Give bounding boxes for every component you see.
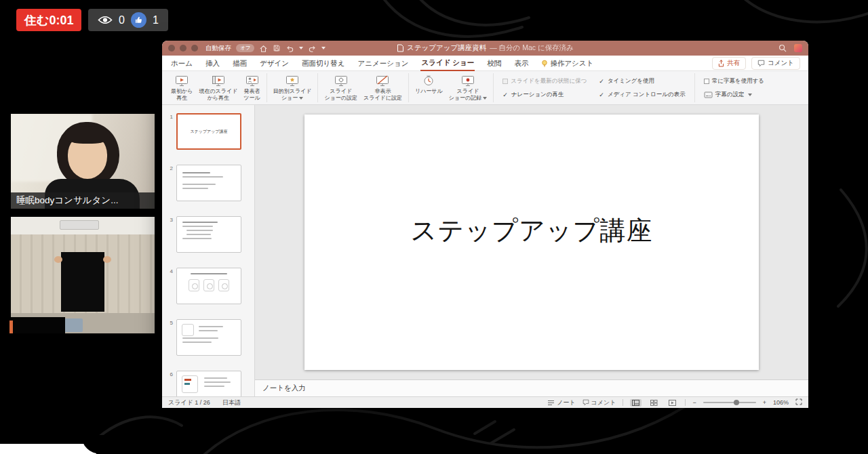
slide-thumbnail-2[interactable] xyxy=(176,165,241,201)
custom-show-button[interactable]: 目的別スライド ショー xyxy=(273,73,312,101)
autosave-label: 自動保存 xyxy=(205,44,231,53)
comments-button[interactable]: コメント xyxy=(751,57,800,70)
close-button[interactable] xyxy=(168,45,175,51)
tab-insert[interactable]: 挿入 xyxy=(205,56,220,70)
slide-thumbnail-5[interactable] xyxy=(176,319,241,356)
presenter-fringe-shape xyxy=(65,126,110,144)
presenter-tools-button[interactable]: 発表者 ツール xyxy=(243,73,260,101)
tab-review[interactable]: 校閲 xyxy=(486,56,502,70)
custom-show-caret-icon xyxy=(299,97,303,100)
left-hand xyxy=(54,256,62,263)
saved-state: — 自分の Mac に保存済み xyxy=(490,43,574,53)
tab-home[interactable]: ホーム xyxy=(170,56,193,70)
slide-title-text[interactable]: ステップアップ講座 xyxy=(304,213,759,248)
use-timings-checkbox[interactable]: タイミングを使用 xyxy=(599,77,685,85)
comment-icon xyxy=(757,60,765,67)
presenter-video-tile[interactable]: 睡眠bodyコンサルタン... xyxy=(11,114,155,209)
redo-caret-icon[interactable] xyxy=(321,47,326,49)
comments-toggle-button[interactable]: コメント xyxy=(583,398,616,407)
autosave-toggle[interactable]: オフ xyxy=(236,44,254,52)
zoom-slider-knob[interactable] xyxy=(734,400,739,405)
like-count: 1 xyxy=(153,14,159,26)
thumbnail-content-line xyxy=(204,381,231,383)
current-slide[interactable]: ステップアップ講座 xyxy=(304,115,759,370)
like-icon xyxy=(131,12,146,28)
language-indicator[interactable]: 日本語 xyxy=(222,398,241,407)
thumbnail-title-text: ステップアップ講座 xyxy=(178,115,240,135)
slide-thumbnail-1[interactable]: ステップアップ講座 xyxy=(176,113,241,150)
play-from-current-button[interactable]: 現在のスライド から再生 xyxy=(199,73,237,101)
thumbnail-content-line xyxy=(182,342,212,343)
tab-view[interactable]: 表示 xyxy=(513,56,529,70)
thumbnail-row-5: 5 xyxy=(162,319,254,356)
name-censor-box xyxy=(11,317,65,333)
slide-thumbnail-4[interactable] xyxy=(176,268,241,304)
title-bar: 自動保存 オフ ステップアップ講座資料 — 自分の Mac に保存済み xyxy=(162,41,808,56)
slide-number: 4 xyxy=(167,268,173,304)
thumbnail-content-line xyxy=(182,176,223,178)
record-show-icon xyxy=(460,75,475,87)
red-mark xyxy=(184,379,191,381)
tab-slideshow[interactable]: スライド ショー xyxy=(420,56,475,71)
keep-updated-checkbox[interactable]: スライドを最新の状態に保つ xyxy=(502,77,587,85)
setup-show-icon xyxy=(334,75,349,87)
slide-sorter-icon xyxy=(650,400,658,406)
custom-show-icon xyxy=(285,75,300,87)
notes-toggle-button[interactable]: ノート xyxy=(547,398,575,407)
tab-assist[interactable]: 操作アシスト xyxy=(540,56,594,70)
normal-view-button[interactable] xyxy=(630,399,642,407)
subtitle-settings-button[interactable]: 字幕の設定 xyxy=(704,91,764,99)
slide-thumbnail-6[interactable] xyxy=(176,371,241,396)
share-button[interactable]: 共有 xyxy=(712,57,746,70)
play-from-start-button[interactable]: 最初から 再生 xyxy=(171,73,193,101)
tab-transitions[interactable]: 画面切り替え xyxy=(301,56,346,70)
always-subtitles-checkbox[interactable]: 常に字幕を使用する xyxy=(704,77,764,85)
doodle-figure xyxy=(218,279,229,291)
air-conditioner xyxy=(60,220,99,230)
tab-animations[interactable]: アニメーション xyxy=(357,56,409,70)
undo-caret-icon[interactable] xyxy=(299,47,303,49)
slide-canvas[interactable]: ステップアップ講座 xyxy=(255,105,808,379)
slideshow-view-button[interactable] xyxy=(667,399,678,407)
zoom-slider[interactable] xyxy=(703,402,756,403)
show-media-controls-checkbox[interactable]: メディア コントロールの表示 xyxy=(599,91,685,99)
tab-draw[interactable]: 描画 xyxy=(232,56,248,70)
zoom-level[interactable]: 106% xyxy=(773,399,789,406)
account-icon[interactable] xyxy=(794,44,802,52)
slide-thumbnail-3[interactable] xyxy=(176,216,241,253)
play-narration-checkbox[interactable]: ナレーションの再生 xyxy=(502,91,587,99)
ribbon: 最初から 再生 現在のスライド から再生 発表者 ツール 目的別スライド ショー xyxy=(162,71,808,105)
thumbnail-content-line xyxy=(182,188,208,189)
comment-icon xyxy=(583,399,589,406)
search-icon[interactable] xyxy=(778,44,787,52)
rehearse-button[interactable]: リハーサル xyxy=(415,73,443,95)
zoom-button[interactable] xyxy=(191,45,198,51)
zoom-out-button[interactable]: − xyxy=(692,399,696,406)
share-icon xyxy=(718,60,724,67)
home-icon[interactable] xyxy=(259,44,268,53)
thumbnail-row-6: 6 xyxy=(162,371,254,396)
thumbnail-content-line xyxy=(182,337,218,339)
slide-sorter-view-button[interactable] xyxy=(648,399,660,407)
page-corner-strip xyxy=(0,444,96,454)
undo-icon[interactable] xyxy=(285,44,294,53)
fullscreen-button[interactable] xyxy=(795,398,802,407)
thumbnail-content-line xyxy=(204,386,224,387)
tab-design[interactable]: デザイン xyxy=(259,56,290,70)
thumbnail-content-line xyxy=(186,230,213,231)
play-from-current-icon xyxy=(211,75,226,87)
normal-view-icon xyxy=(632,400,639,406)
notes-input[interactable]: ノートを入力 xyxy=(255,379,808,396)
zoom-in-button[interactable]: + xyxy=(763,399,766,406)
document-icon xyxy=(397,44,403,52)
redo-icon[interactable] xyxy=(308,44,317,53)
presenter-name-label: 睡眠bodyコンサルタン... xyxy=(11,192,155,209)
record-show-button[interactable]: スライド ショーの記録 xyxy=(449,73,488,101)
status-bar: スライド 1 / 26 日本語 ノート コメント xyxy=(162,396,808,408)
minimize-button[interactable] xyxy=(180,45,186,51)
setup-show-button[interactable]: スライド ショーの設定 xyxy=(324,73,357,101)
slide-number: 1 xyxy=(167,113,173,150)
save-icon[interactable] xyxy=(273,44,281,52)
secondary-video-tile[interactable] xyxy=(11,217,155,333)
hide-slide-button[interactable]: 非表示 スライドに設定 xyxy=(363,73,402,101)
